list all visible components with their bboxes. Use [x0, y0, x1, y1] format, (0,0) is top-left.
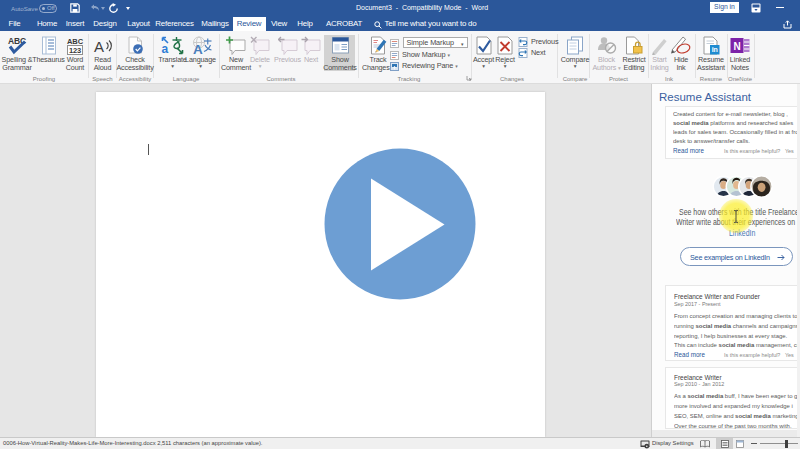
svg-text:A: A: [94, 38, 104, 55]
svg-text:N: N: [733, 40, 740, 51]
svg-text:A: A: [193, 41, 203, 55]
svg-text:a: a: [162, 41, 169, 55]
svg-text:in: in: [711, 46, 717, 53]
